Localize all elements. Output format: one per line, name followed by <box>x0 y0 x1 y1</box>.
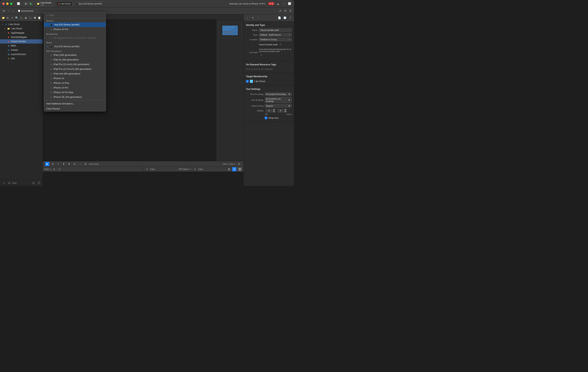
inspector-toggle[interactable]: ⬜ <box>287 1 292 6</box>
sidebar-item-viewcontroller[interactable]: ■ ViewController <box>0 39 42 43</box>
sidebar-breakpoint-icon[interactable]: ⬟ <box>33 16 37 20</box>
scheme-selector[interactable]: 📁 I am Groot main <box>35 1 53 7</box>
inspector-clock-icon[interactable]: 🕐 <box>283 16 287 20</box>
stop-button[interactable]: ■ <box>24 1 28 6</box>
dropdown-item-any-ios-recent[interactable]: ✓ 📱 Any iOS Device (arm64) <box>44 22 106 27</box>
sidebar-report-icon[interactable]: 📋 <box>38 16 41 20</box>
error-badge[interactable]: ✕ 2 <box>268 2 274 5</box>
sidebar-toggle[interactable]: ⬜ <box>16 1 21 6</box>
filter-input[interactable] <box>49 14 104 17</box>
toolbar-menu-icon[interactable]: ☰ <box>283 9 287 13</box>
dropdown-item-iphone14[interactable]: □ iPhone 14 <box>44 76 106 81</box>
filter-right-icon[interactable]: ⊙ <box>193 167 197 171</box>
dropdown-item-build-any-ios[interactable]: ✓ 📱 Any iOS Device (arm64) <box>44 44 106 49</box>
console-content-right <box>143 172 244 186</box>
tab-stepper[interactable]: 4 ▲ ▼ <box>266 109 275 112</box>
dropdown-item-iphone14plus[interactable]: □ iPhone 14 Plus <box>44 81 106 85</box>
sidebar-settings-button[interactable]: ⓘ <box>37 181 41 185</box>
sidebar-filter-toggle[interactable]: ⊙ <box>7 181 11 185</box>
clear-recent-item[interactable]: Clear Recent <box>44 106 106 111</box>
add-simulators-item[interactable]: Add Additional Simulators... <box>44 101 106 106</box>
trash-icon[interactable]: 🗑 <box>227 167 231 171</box>
dropdown-item-ipadpro-12-6[interactable]: □ iPad Pro (12.9-inch) (6th generation) <box>44 67 106 71</box>
maximize-button[interactable] <box>10 2 12 5</box>
split-view-icon[interactable]: ⊟ <box>288 9 293 13</box>
sidebar-test-icon[interactable]: ◉ <box>24 16 27 20</box>
tree-root[interactable]: ▼ A I am Groot <box>0 22 42 26</box>
dropdown-item-ipadpro-11-4[interactable]: □ iPad Pro (11-inch) (4th generation) <box>44 62 106 67</box>
run-button[interactable]: ▶ <box>29 1 33 6</box>
minimize-button[interactable] <box>6 2 9 5</box>
reveal-in-finder[interactable]: ↗ <box>278 43 283 47</box>
dropdown-item-iphone14promax[interactable]: □ iPhone 14 Pro Max <box>44 90 106 95</box>
encoding-value[interactable]: No Explicit Encoding ▼ <box>265 92 292 96</box>
refresh-icon[interactable]: ⇄ <box>278 9 282 13</box>
sidebar-debug-icon[interactable]: ⬡ <box>29 16 32 20</box>
close-button[interactable] <box>2 2 5 5</box>
dropdown-item-iphone14pro-recent[interactable]: □ iPhone 14 Pro <box>44 27 106 32</box>
editor-mode-icon[interactable]: ⊟ <box>237 162 241 166</box>
tab-increment[interactable]: ▲ <box>273 109 275 110</box>
sidebar-warning-icon[interactable]: ⚠ <box>20 16 23 20</box>
sidebar-item-scenedelegate[interactable]: ■ SceneDelegate <box>0 35 42 39</box>
sidebar-search-icon[interactable]: 🔍 <box>15 16 19 20</box>
sidebar-info-button[interactable]: ⊙ <box>31 181 36 185</box>
line-endings-value[interactable]: No Explicit Line Endings ▼ <box>265 97 292 103</box>
console-mode-2[interactable]: ⊞ <box>238 167 242 171</box>
tab-value: 4 <box>266 109 272 112</box>
add-tab-button[interactable]: + <box>282 1 286 6</box>
inspector-back[interactable]: ‹ <box>245 16 250 20</box>
step-in[interactable]: ⬇ <box>62 162 66 166</box>
inspector-close[interactable]: ✕ <box>251 16 255 20</box>
add-file-button[interactable]: + <box>1 181 6 185</box>
inspector-file-icon[interactable]: 📄 <box>277 16 282 20</box>
step-over[interactable]: ⤴ <box>56 162 60 166</box>
inspector-help-icon[interactable]: ? <box>288 16 293 20</box>
tree-group[interactable]: ▼ 📁 I am Groot <box>0 26 42 31</box>
fullpath-reveal[interactable]: ↗ <box>259 53 263 57</box>
tab-device[interactable]: 📱 Any iOS Device (arm64) <box>73 1 104 6</box>
tab-iamgroot[interactable]: ■ I am Groot <box>56 1 73 6</box>
step-out[interactable]: ⬆ <box>67 162 71 166</box>
indent-value[interactable]: Spaces ▼ <box>265 104 292 107</box>
simulate-location[interactable]: → <box>78 162 82 166</box>
sidebar-folder-icon[interactable]: 📁 <box>1 16 5 20</box>
sidebar-item-appdelegate[interactable]: ■ AppDelegate <box>0 31 42 35</box>
tab-decrement[interactable]: ▼ <box>273 111 275 112</box>
sidebar-symbol-icon[interactable]: ≡ <box>10 16 14 20</box>
add-simulators-label: Add Additional Simulators... <box>46 102 75 105</box>
info-circle-icon[interactable]: ⓘ <box>58 167 62 171</box>
sidebar-vcs-icon[interactable]: ⊕ <box>6 16 9 20</box>
cloud-icon[interactable]: ☁ <box>276 1 280 6</box>
wrap-lines-checkbox[interactable]: ✓ <box>265 117 267 119</box>
dropdown-item-ipad-air-5[interactable]: □ iPad Air (5th generation) <box>44 57 106 62</box>
dropdown-item-ipadmini-6[interactable]: □ iPad mini (6th generation) <box>44 71 106 76</box>
sidebar-item-info[interactable]: ℹ Info <box>0 56 42 61</box>
nav-arrows: ‹ › <box>7 9 16 13</box>
sidebar-item-assets[interactable]: ⊞ Assets <box>0 48 42 52</box>
indent-increment[interactable]: ▲ <box>284 109 287 110</box>
forward-button[interactable]: › <box>11 9 16 13</box>
indent-stepper: 4 ▲ ▼ <box>277 109 287 112</box>
sidebar-item-launchscreen[interactable]: ⊟ LaunchScreen <box>0 52 42 56</box>
target-checkbox[interactable]: ✓ <box>246 80 249 83</box>
filter-left-icon[interactable]: ⊙ <box>145 167 149 171</box>
dropdown-item-iphonese-3[interactable]: □ iPhone SE (3rd generation) <box>44 95 106 99</box>
launch-icon: ⊟ <box>7 53 10 56</box>
pause-button[interactable]: ⏸ <box>51 162 55 166</box>
indent-stepper-widget[interactable]: 4 ▲ ▼ <box>277 109 287 112</box>
indent-decrement[interactable]: ▼ <box>284 111 287 112</box>
back-button[interactable]: ‹ <box>7 9 11 13</box>
dropdown-item-ipad-10[interactable]: □ iPad (10th generation) <box>44 53 106 57</box>
inspector-forward[interactable]: › <box>256 16 260 20</box>
debug-view[interactable]: ⊡ <box>72 162 77 166</box>
sidebar-item-main[interactable]: ⊟ Main <box>0 43 42 48</box>
location-value[interactable]: Relative to Group ▼ <box>259 38 292 41</box>
grid-view-button[interactable]: ⊞ <box>1 9 6 13</box>
eye-icon[interactable]: 👁 <box>52 167 56 171</box>
type-value[interactable]: Default - Swift Source ▼ <box>259 33 292 37</box>
console-mode-1[interactable]: ☰ <box>232 167 236 171</box>
memory-graph[interactable]: ⧉ <box>83 162 87 166</box>
dropdown-item-iphone14pro[interactable]: □ iPhone 14 Pro <box>44 85 106 90</box>
play-indicator[interactable]: ▶ <box>45 162 49 166</box>
